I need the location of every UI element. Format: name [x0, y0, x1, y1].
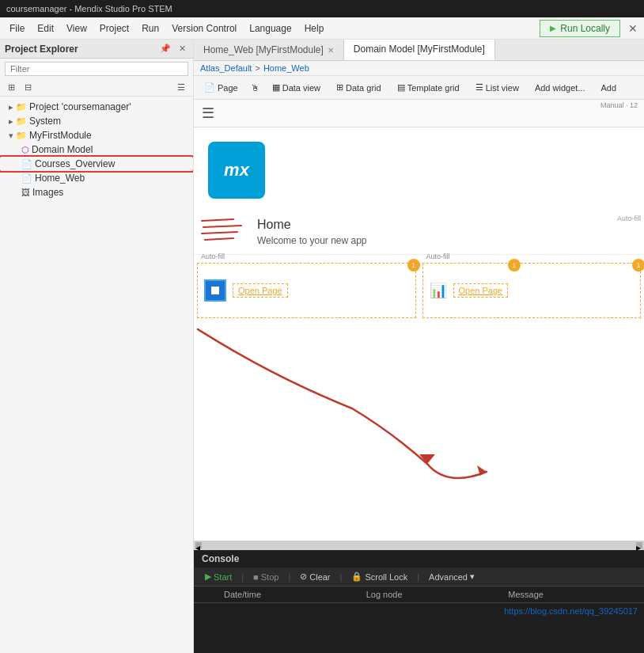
svg-line-0 — [202, 219, 233, 221]
pe-options-btn[interactable]: ☰ — [174, 81, 188, 94]
autofill-card2: Auto-fill — [426, 252, 450, 260]
images-icon: 🖼 — [21, 188, 30, 197]
svg-line-1 — [203, 226, 241, 227]
svg-line-2 — [202, 232, 237, 233]
toolbar-add-btn[interactable]: Add — [593, 81, 623, 95]
home-web-label: Home_Web — [35, 173, 85, 184]
hamburger-icon[interactable]: ☰ — [202, 105, 214, 121]
pe-toolbar: ⊞ ⊟ ☰ — [0, 79, 193, 97]
console-clear-button[interactable]: ⊘ Clear — [295, 570, 335, 583]
console-advanced-button[interactable]: Advanced ▾ — [424, 570, 479, 583]
menu-project[interactable]: Project — [93, 20, 135, 37]
scroll-left-btn[interactable]: ◂ — [195, 542, 202, 549]
tree-item-domain-model[interactable]: ⬡ Domain Model — [0, 142, 193, 157]
pe-tree: ▸ 📁 Project 'coursemanager' ▸ 📁 System ▾… — [0, 97, 193, 653]
card2-badge-right: 1 — [632, 259, 644, 271]
menu-run[interactable]: Run — [135, 20, 165, 37]
breadcrumb-sep: > — [255, 63, 259, 73]
menu-file[interactable]: File — [3, 20, 31, 37]
system-expand-icon: ▸ — [9, 116, 13, 127]
scroll-right-btn[interactable]: ▸ — [636, 542, 642, 549]
tree-item-images[interactable]: 🖼 Images — [0, 185, 193, 199]
card1-icon — [204, 279, 226, 302]
tab-domain-model-label: Domain Model [MyFirstModule] — [354, 44, 485, 55]
card1-badge: 1 — [407, 259, 420, 271]
title-text: coursemanager - Mendix Studio Pro STEM — [6, 4, 172, 13]
tree-item-home-web[interactable]: 📄 Home_Web — [0, 171, 193, 185]
tree-item-myfirstmodule[interactable]: ▾ 📁 MyFirstModule — [0, 128, 193, 142]
tree-item-system[interactable]: ▸ 📁 System — [0, 114, 193, 128]
main-layout: Project Explorer 📌 ✕ ⊞ ⊟ ☰ ▸ 📁 Project '… — [0, 40, 644, 653]
toolbar-add-widget-btn[interactable]: Add widget... — [528, 81, 593, 95]
home-subtitle: Welcome to your new app — [257, 235, 631, 246]
page-icon: 📄 — [204, 82, 215, 93]
toolbar-page-btn[interactable]: 📄 Page — [197, 80, 245, 95]
svg-marker-4 — [419, 454, 435, 464]
expand-all-btn[interactable]: ⊞ — [5, 81, 18, 94]
breadcrumb-child[interactable]: Home_Web — [263, 63, 309, 73]
menu-edit[interactable]: Edit — [31, 20, 60, 37]
pe-close-icon[interactable]: ✕ — [176, 43, 188, 55]
stop-icon: ■ — [253, 572, 259, 582]
project-expand-icon: ▸ — [9, 102, 13, 112]
domain-model-label: Domain Model — [32, 144, 93, 155]
toolbar-template-grid-btn[interactable]: ▤ Template grid — [390, 80, 467, 95]
console-divider-1: | — [241, 572, 244, 582]
list-view-icon: ☰ — [475, 82, 483, 93]
console-scroll-lock-button[interactable]: 🔒 Scroll Lock — [347, 570, 412, 583]
console-divider-4: | — [417, 572, 419, 582]
pe-filter-input[interactable] — [5, 62, 188, 76]
card-2: Auto-fill 1 1 📊 Open Page — [422, 263, 642, 318]
console-table-header: Date/time Log node Message — [194, 587, 644, 603]
console-col-datetime: Date/time — [218, 588, 360, 601]
tree-item-courses-overview[interactable]: 📄 Courses_Overview — [0, 157, 193, 171]
project-explorer: Project Explorer 📌 ✕ ⊞ ⊟ ☰ ▸ 📁 Project '… — [0, 40, 194, 653]
card2-link[interactable]: Open Page — [453, 283, 509, 298]
tab-home-web-label: Home_Web [MyFirstModule] — [203, 44, 324, 55]
toolbar-list-view-btn[interactable]: ☰ List view — [468, 80, 526, 95]
pe-header-icons: 📌 ✕ — [157, 43, 188, 55]
tree-item-project[interactable]: ▸ 📁 Project 'coursemanager' — [0, 100, 193, 114]
svg-line-3 — [205, 238, 233, 240]
tab-home-web-close[interactable]: ✕ — [328, 46, 334, 55]
console-start-button[interactable]: ▶ Start — [200, 570, 237, 583]
autofill-label-home: Auto-fill — [617, 215, 641, 222]
logo-section: mx — [194, 127, 644, 213]
breadcrumb-root[interactable]: Atlas_Default — [200, 63, 252, 73]
app-header: ☰ — [194, 100, 644, 127]
card1-link[interactable]: Open Page — [233, 283, 288, 298]
tab-domain-model[interactable]: Domain Model [MyFirstModule] — [344, 40, 495, 60]
toolbar-cursor-btn[interactable]: 🖱 — [247, 81, 263, 95]
pe-pin-icon[interactable]: 📌 — [157, 43, 173, 55]
myfirstmodule-expand-icon: ▾ — [9, 131, 13, 141]
window-close-icon[interactable]: ✕ — [625, 22, 641, 35]
card2-badge-left: 1 — [508, 259, 521, 271]
system-label: System — [29, 116, 61, 127]
mx-logo: mx — [208, 142, 265, 199]
advanced-chevron-icon: ▾ — [470, 571, 475, 582]
menu-language[interactable]: Language — [243, 20, 297, 37]
menu-help[interactable]: Help — [298, 20, 331, 37]
home-web-icon: 📄 — [21, 173, 32, 184]
collapse-all-btn[interactable]: ⊟ — [21, 81, 35, 94]
scroll-lock-icon: 🔒 — [351, 571, 362, 582]
menu-view[interactable]: View — [60, 20, 93, 37]
title-bar: coursemanager - Mendix Studio Pro STEM — [0, 0, 644, 17]
breadcrumb: Atlas_Default > Home_Web — [194, 61, 644, 76]
domain-model-icon: ⬡ — [21, 145, 29, 155]
console-stop-button[interactable]: ■ Stop — [248, 571, 283, 583]
images-label: Images — [32, 187, 63, 198]
horizontal-scrollbar[interactable]: ◂ ▸ — [194, 541, 644, 550]
home-section: Auto-fill Home Welcome to your new app — [194, 213, 644, 255]
start-play-icon: ▶ — [205, 571, 211, 582]
menu-version-control[interactable]: Version Control — [165, 20, 243, 37]
run-locally-button[interactable]: ▶ Run Locally — [540, 20, 620, 37]
tab-home-web[interactable]: Home_Web [MyFirstModule] ✕ — [194, 40, 344, 59]
pe-header: Project Explorer 📌 ✕ — [0, 40, 193, 59]
console-col-checkbox — [194, 588, 218, 601]
toolbar-data-view-btn[interactable]: ▦ Data view — [265, 80, 328, 95]
card1-inner-icon — [210, 285, 221, 296]
toolbar-data-grid-btn[interactable]: ⊞ Data grid — [329, 80, 388, 95]
menu-bar: File Edit View Project Run Version Contr… — [0, 17, 644, 40]
data-grid-icon: ⊞ — [336, 82, 343, 93]
